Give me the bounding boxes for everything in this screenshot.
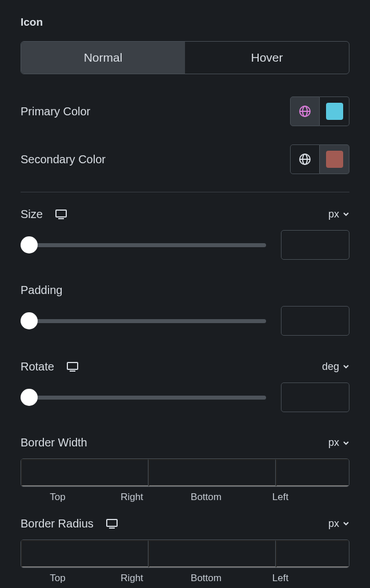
chevron-down-icon [343, 520, 349, 527]
tab-normal[interactable]: Normal [21, 42, 185, 74]
rotate-slider-thumb[interactable] [21, 389, 38, 406]
secondary-color-swatch-button[interactable] [320, 144, 349, 174]
side-label-bottom: Bottom [169, 573, 243, 584]
state-tabs: Normal Hover [21, 41, 349, 74]
size-label: Size [21, 208, 43, 221]
primary-global-button[interactable] [290, 96, 320, 126]
border-width-bottom-input[interactable] [276, 459, 349, 486]
border-width-label: Border Width [21, 436, 87, 449]
padding-header: Padding [21, 284, 349, 297]
size-input[interactable] [281, 230, 349, 260]
padding-label: Padding [21, 284, 62, 297]
side-label-right: Right [95, 573, 169, 584]
border-radius-header: Border Radius px [21, 517, 349, 530]
svg-rect-6 [56, 210, 66, 217]
svg-rect-10 [107, 519, 117, 526]
size-slider[interactable] [21, 243, 266, 247]
size-slider-thumb[interactable] [21, 236, 38, 253]
rotate-unit-select[interactable]: deg [322, 361, 349, 373]
primary-color-row: Primary Color [21, 96, 349, 127]
side-label-top: Top [21, 492, 95, 503]
border-radius-side-labels: Top Right Bottom Left [21, 573, 349, 584]
border-radius-unit-select[interactable]: px [328, 518, 349, 530]
globe-icon [298, 104, 312, 118]
border-width-top-input[interactable] [21, 459, 148, 486]
side-label-left: Left [243, 492, 317, 503]
rotate-header: Rotate deg [21, 360, 349, 373]
primary-color-swatch [326, 103, 343, 120]
primary-color-swatch-button[interactable] [320, 96, 349, 126]
side-label-bottom: Bottom [169, 492, 243, 503]
divider [21, 192, 349, 192]
padding-slider-thumb[interactable] [21, 312, 38, 329]
padding-slider[interactable] [21, 319, 266, 323]
device-desktop-icon[interactable] [66, 360, 79, 373]
svg-rect-8 [67, 363, 78, 369]
primary-color-label: Primary Color [21, 105, 90, 118]
rotate-unit-value: deg [322, 361, 339, 373]
secondary-global-button[interactable] [290, 144, 320, 174]
globe-icon [298, 152, 312, 166]
border-radius-bottom-input[interactable] [276, 540, 349, 567]
border-width-side-labels: Top Right Bottom Left [21, 492, 349, 503]
size-unit-value: px [328, 208, 339, 220]
border-width-header: Border Width px [21, 436, 349, 449]
border-radius-unit-value: px [328, 518, 339, 530]
side-label-right: Right [95, 492, 169, 503]
chevron-down-icon [343, 363, 349, 370]
border-width-right-input[interactable] [148, 459, 276, 486]
side-label-top: Top [21, 573, 95, 584]
rotate-label: Rotate [21, 360, 54, 373]
size-header: Size px [21, 207, 349, 221]
border-radius-top-input[interactable] [21, 540, 148, 567]
border-radius-inputs [21, 539, 349, 568]
secondary-color-row: Secondary Color [21, 144, 349, 175]
side-label-left: Left [243, 573, 317, 584]
rotate-input[interactable] [281, 382, 349, 412]
device-desktop-icon[interactable] [54, 207, 68, 221]
rotate-slider[interactable] [21, 396, 266, 400]
size-unit-select[interactable]: px [328, 208, 349, 220]
border-radius-label: Border Radius [21, 517, 94, 530]
border-radius-right-input[interactable] [148, 540, 276, 567]
device-desktop-icon[interactable] [105, 517, 119, 530]
secondary-color-label: Secondary Color [21, 153, 106, 166]
border-width-inputs [21, 458, 349, 487]
chevron-down-icon [343, 440, 349, 446]
chevron-down-icon [343, 211, 349, 218]
border-width-unit-select[interactable]: px [328, 437, 349, 449]
section-title: Icon [21, 0, 349, 41]
tab-hover[interactable]: Hover [185, 42, 349, 74]
padding-input[interactable] [281, 306, 349, 336]
border-width-unit-value: px [328, 437, 339, 449]
secondary-color-swatch [326, 151, 343, 168]
